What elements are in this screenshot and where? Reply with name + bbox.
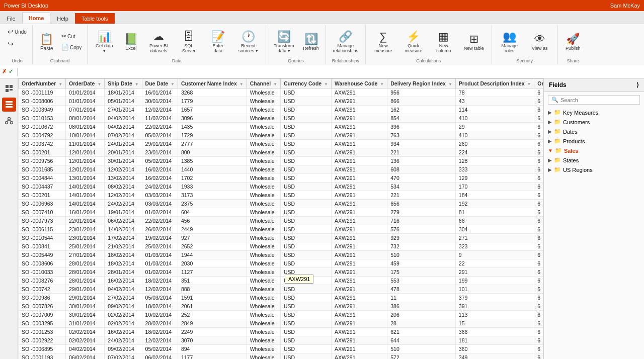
table-cell[interactable]: 18/02/2014 — [142, 277, 178, 285]
table-cell[interactable]: SO -0007826 — [19, 302, 66, 311]
table-cell[interactable]: 01/02/2014 — [142, 208, 178, 217]
new-column-button[interactable]: ▦ New column — [429, 27, 458, 57]
col-header-order-date[interactable]: OrderDate ▼ — [66, 79, 105, 88]
table-cell[interactable]: USD — [280, 123, 331, 131]
table-cell[interactable]: 6 — [534, 140, 543, 148]
table-cell[interactable]: 175 — [387, 268, 456, 277]
table-cell[interactable]: USD — [280, 302, 331, 311]
table-cell[interactable]: 379 — [455, 294, 534, 302]
table-cell[interactable]: 02/02/2014 — [105, 311, 142, 319]
table-cell[interactable]: 24/02/2014 — [142, 183, 178, 191]
power-bi-datasets-button[interactable]: ☁ Power BI datasets — [144, 27, 173, 57]
table-cell[interactable]: USD — [280, 208, 331, 217]
table-cell[interactable]: AXW291 — [332, 157, 387, 165]
table-cell[interactable]: 323 — [455, 242, 534, 251]
table-cell[interactable]: AXW291 — [332, 208, 387, 217]
table-cell[interactable]: Wholesale — [247, 123, 280, 131]
manage-relationships-button[interactable]: 🔗 Manage relationships — [329, 27, 362, 57]
undo-button[interactable]: ↩ Undo — [5, 26, 29, 37]
tab-home[interactable]: Home — [22, 13, 51, 24]
tab-file[interactable]: File — [0, 13, 22, 24]
table-cell[interactable]: 304 — [455, 225, 534, 234]
table-cell[interactable]: SO -0004437 — [19, 183, 66, 191]
table-cell[interactable]: USD — [280, 183, 331, 191]
table-cell[interactable]: 221 — [387, 191, 456, 200]
table-cell[interactable]: 02/02/2014 — [105, 319, 142, 328]
table-cell[interactable]: 08/01/2014 — [66, 123, 105, 131]
table-cell[interactable]: 11 — [387, 294, 456, 302]
table-cell[interactable]: AXW291 — [332, 251, 387, 259]
tab-help[interactable]: Help — [50, 13, 75, 24]
table-cell[interactable]: AXW291 — [332, 217, 387, 225]
table-cell[interactable]: Wholesale — [247, 157, 280, 165]
paste-button[interactable]: 📋 Paste — [36, 27, 58, 57]
table-cell[interactable]: 6 — [534, 336, 543, 345]
table-cell[interactable]: Wholesale — [247, 277, 280, 285]
table-cell[interactable]: 2849 — [178, 319, 247, 328]
table-cell[interactable]: 09/02/2014 — [105, 302, 142, 311]
table-cell[interactable]: 206 — [387, 311, 456, 319]
table-cell[interactable]: 12/01/2014 — [66, 165, 105, 174]
table-cell[interactable]: 162 — [387, 106, 456, 114]
col-header-due-date[interactable]: Due Date ▼ — [142, 79, 178, 88]
table-cell[interactable]: USD — [280, 268, 331, 277]
table-cell[interactable]: AXW291 — [332, 165, 387, 174]
table-cell[interactable]: 27/01/2014 — [105, 106, 142, 114]
table-cell[interactable]: 14/01/2014 — [66, 183, 105, 191]
table-cell[interactable]: 18/02/2014 — [142, 302, 178, 311]
table-cell[interactable]: USD — [280, 165, 331, 174]
table-cell[interactable]: AXW291 — [332, 131, 387, 140]
table-cell[interactable]: SO -000986 — [19, 294, 66, 302]
table-cell[interactable]: 02/02/2014 — [66, 328, 105, 336]
table-cell[interactable]: SO -0001685 — [19, 165, 66, 174]
table-cell[interactable]: 391 — [455, 302, 534, 311]
table-cell[interactable]: 05/02/2014 — [142, 157, 178, 165]
table-cell[interactable]: USD — [280, 285, 331, 294]
table-cell[interactable]: 6 — [534, 345, 543, 353]
table-cell[interactable]: 1385 — [178, 157, 247, 165]
table-cell[interactable]: USD — [280, 319, 331, 328]
table-cell[interactable]: 6 — [534, 88, 543, 97]
table-cell[interactable]: 10/01/2014 — [66, 131, 105, 140]
table-cell[interactable]: AXW291 — [332, 200, 387, 208]
accept-formula-icon[interactable]: ✓ — [9, 68, 13, 75]
table-cell[interactable]: 16/01/2014 — [142, 88, 178, 97]
table-cell[interactable]: 510 — [387, 345, 456, 353]
table-cell[interactable]: 29 — [455, 123, 534, 131]
table-cell[interactable]: 22 — [455, 259, 534, 268]
table-cell[interactable]: 07/01/2014 — [66, 106, 105, 114]
table-cell[interactable]: 129 — [455, 174, 534, 183]
table-cell[interactable]: 572 — [387, 353, 456, 360]
table-cell[interactable]: 656 — [387, 200, 456, 208]
table-cell[interactable]: USD — [280, 294, 331, 302]
table-cell[interactable]: 24/02/2014 — [105, 200, 142, 208]
table-cell[interactable]: 08/02/2014 — [105, 183, 142, 191]
table-cell[interactable]: 6 — [534, 97, 543, 106]
table-cell[interactable]: 2449 — [178, 225, 247, 234]
table-cell[interactable]: 6 — [534, 294, 543, 302]
table-cell[interactable]: 30/01/2014 — [142, 97, 178, 106]
table-cell[interactable]: Wholesale — [247, 311, 280, 319]
table-cell[interactable]: 763 — [387, 131, 456, 140]
table-cell[interactable]: 27/02/2014 — [105, 294, 142, 302]
table-cell[interactable]: Wholesale — [247, 106, 280, 114]
table-cell[interactable]: 1440 — [178, 165, 247, 174]
table-cell[interactable]: 386 — [387, 302, 456, 311]
table-cell[interactable]: SO -0003742 — [19, 140, 66, 148]
table-cell[interactable]: 43 — [455, 97, 534, 106]
table-cell[interactable]: 11/02/2014 — [142, 114, 178, 123]
field-item-key-measures[interactable]: ▶ 📁 Key Measures — [544, 108, 644, 117]
table-cell[interactable]: 621 — [387, 328, 456, 336]
col-header-order-quantity[interactable]: Order Quantity ▼ — [534, 79, 543, 88]
table-cell[interactable]: 06/02/2014 — [105, 217, 142, 225]
table-cell[interactable]: 136 — [387, 157, 456, 165]
table-cell[interactable]: 16/02/2014 — [142, 165, 178, 174]
table-cell[interactable]: USD — [280, 106, 331, 114]
col-header-delivery-region-index[interactable]: Delivery Region Index ▼ — [387, 79, 456, 88]
table-cell[interactable]: Wholesale — [247, 114, 280, 123]
table-cell[interactable]: SO -000841 — [19, 242, 66, 251]
table-cell[interactable]: 221 — [387, 148, 456, 157]
col-header-currency-code[interactable]: Currency Code ▼ — [280, 79, 331, 88]
table-cell[interactable]: AXW291 — [332, 285, 387, 294]
table-cell[interactable]: 6 — [534, 131, 543, 140]
